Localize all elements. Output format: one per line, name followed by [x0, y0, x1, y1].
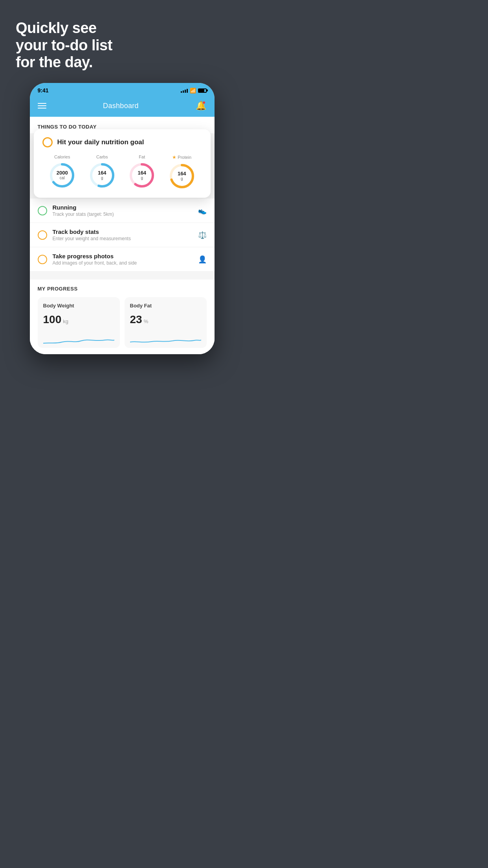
top-nav: Dashboard 🔔 [30, 96, 215, 117]
nutrition-card: Hit your daily nutrition goal Calories [34, 129, 211, 198]
body-fat-chart [130, 332, 201, 348]
nutrition-fat: Fat 164 g [128, 154, 156, 189]
status-bar: 9:41 📶 [30, 83, 215, 96]
signal-icon [181, 88, 188, 93]
headline-text: Quickly see your to-do list for the day. [16, 20, 228, 71]
body-weight-value: 100 [43, 313, 62, 326]
battery-icon [198, 88, 207, 93]
scale-icon: ⚖️ [198, 231, 207, 239]
body-weight-unit: kg [63, 318, 68, 324]
fat-unit: g [138, 176, 146, 180]
phone-wrapper: 9:41 📶 Dashboard [30, 83, 215, 354]
nutrition-carbs: Carbs 164 g [88, 154, 116, 189]
progress-section: MY PROGRESS Body Weight 100 kg [30, 280, 215, 354]
calories-unit: cal [57, 176, 68, 180]
nutrition-protein: ★ Protein 164 g [168, 154, 196, 190]
running-circle [38, 206, 47, 215]
body-fat-title: Body Fat [130, 303, 201, 309]
calories-label: Calories [54, 154, 70, 159]
camera-icon: 👤 [198, 255, 207, 264]
progress-photos-subtitle: Add images of your front, back, and side [53, 260, 193, 266]
protein-label-row: ★ Protein [172, 154, 191, 160]
protein-label: Protein [178, 155, 191, 160]
body-fat-value: 23 [130, 313, 142, 326]
nutrition-card-title: Hit your daily nutrition goal [57, 138, 144, 146]
carbs-donut: 164 g [88, 162, 116, 189]
progress-section-title: MY PROGRESS [38, 286, 207, 292]
star-icon: ★ [172, 154, 176, 160]
carbs-label: Carbs [96, 154, 108, 159]
todo-item-running[interactable]: Running Track your stats (target: 5km) 👟 [30, 199, 215, 223]
shoe-icon: 👟 [198, 206, 207, 215]
wifi-icon: 📶 [190, 88, 196, 94]
progress-cards: Body Weight 100 kg Body Fat [38, 297, 207, 348]
calories-value: 2000 [57, 170, 68, 176]
body-weight-card[interactable]: Body Weight 100 kg [38, 297, 120, 348]
nutrition-row: Calories 2000 cal [42, 154, 202, 190]
carbs-unit: g [98, 176, 106, 180]
body-fat-unit: % [144, 318, 149, 324]
todo-item-body-stats[interactable]: Track body stats Enter your weight and m… [30, 223, 215, 247]
headline-section: Quickly see your to-do list for the day. [0, 0, 244, 83]
protein-donut: 164 g [168, 162, 196, 190]
running-subtitle: Track your stats (target: 5km) [53, 211, 193, 217]
calories-donut: 2000 cal [48, 162, 76, 189]
protein-value: 164 [178, 171, 186, 177]
running-title: Running [53, 204, 193, 211]
progress-photos-circle [38, 255, 47, 264]
body-fat-card[interactable]: Body Fat 23 % [125, 297, 207, 348]
notification-bell-icon[interactable]: 🔔 [195, 100, 206, 111]
fat-donut: 164 g [128, 162, 156, 189]
progress-photos-title: Take progress photos [53, 253, 193, 259]
nutrition-card-title-row: Hit your daily nutrition goal [42, 137, 202, 147]
things-to-do-title: THINGS TO DO TODAY [38, 124, 97, 130]
todo-list: Running Track your stats (target: 5km) 👟… [30, 199, 215, 272]
todo-item-progress-photos[interactable]: Take progress photos Add images of your … [30, 247, 215, 272]
carbs-value: 164 [98, 170, 106, 176]
status-time: 9:41 [38, 87, 49, 94]
nav-title: Dashboard [103, 102, 139, 110]
protein-unit: g [178, 177, 186, 181]
phone-content: THINGS TO DO TODAY Hit your daily nutrit… [30, 117, 215, 354]
body-stats-title: Track body stats [53, 228, 193, 235]
nutrition-check-circle[interactable] [42, 137, 53, 147]
fat-value: 164 [138, 170, 146, 176]
fat-label: Fat [139, 154, 145, 159]
nutrition-calories: Calories 2000 cal [48, 154, 76, 189]
status-icons: 📶 [181, 88, 207, 94]
body-weight-chart [43, 332, 114, 348]
phone-frame: 9:41 📶 Dashboard [30, 83, 215, 354]
body-stats-circle [38, 230, 47, 240]
body-weight-title: Body Weight [43, 303, 114, 309]
hamburger-menu[interactable] [38, 103, 46, 108]
body-stats-subtitle: Enter your weight and measurements [53, 236, 193, 241]
